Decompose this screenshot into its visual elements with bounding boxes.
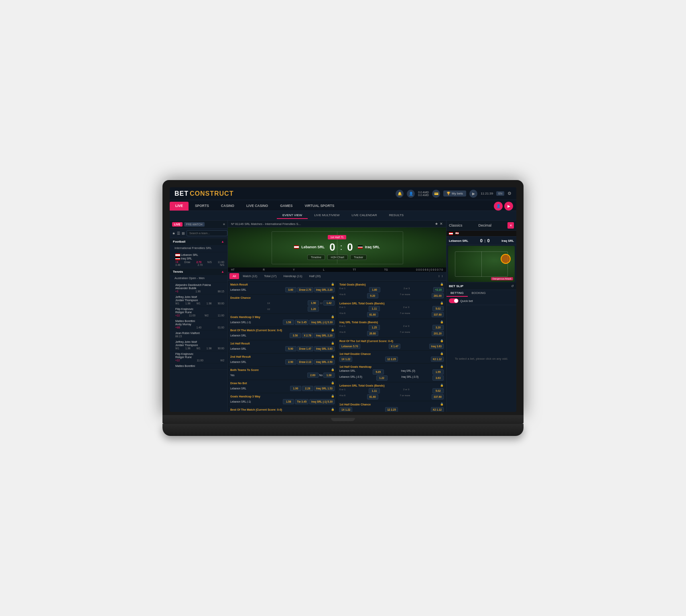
settings-icon[interactable]: ⚙ (507, 191, 511, 196)
league-item[interactable]: International Friendlies SRL (170, 245, 227, 252)
football-header[interactable]: Football ▲ (170, 238, 227, 245)
stream-icon[interactable]: ▶ (469, 190, 477, 198)
tg-01-odd[interactable]: 1.80 (369, 287, 380, 292)
lbn2-7p-odd[interactable]: 337.60 (432, 394, 444, 399)
gh2-t2-odd[interactable]: Iraq SRL (-1) 5.30 (309, 399, 335, 404)
lang-button[interactable]: EN (496, 191, 504, 196)
sub-nav-calendar[interactable]: LIVE CALENDAR (346, 212, 383, 219)
2h-t1-odd[interactable]: 2.90 (285, 359, 296, 365)
avatar[interactable]: 👤 (494, 202, 503, 211)
prematch-badge[interactable]: PRE-MATCH (184, 222, 205, 227)
dc-x2-odd[interactable]: 1.20 (308, 306, 319, 312)
lbn-7p-odd[interactable]: 337.60 (432, 312, 444, 317)
tennis-match-7[interactable]: Filip Krajinovic Ridiger Rune +2211:00W2 (170, 351, 227, 363)
bet-tab-handicap[interactable]: Handicap (11) (280, 273, 305, 279)
nav-casino[interactable]: CASINO (215, 202, 240, 211)
1hdc-1x-odd[interactable]: 1X 1.22 (339, 357, 352, 362)
2h-draw-odd[interactable]: Draw 2.13 (297, 359, 313, 365)
tennis-match-8[interactable]: Matteo Borettini (170, 363, 227, 369)
nav-virtual[interactable]: VIRTUAL SPORTS (299, 202, 340, 211)
nav-live[interactable]: LIVE (170, 202, 189, 211)
1hgh-lbn-odd[interactable]: 5.05 (373, 369, 384, 375)
tg-46-odd[interactable]: 9.20 (367, 293, 378, 298)
bet-tab-all[interactable]: All (229, 273, 239, 279)
live-stream-btn[interactable]: ▶ (504, 202, 513, 211)
dc-1x-odd[interactable]: 1.90 (308, 300, 319, 306)
live-badge[interactable]: LIVE (172, 222, 183, 227)
view-toggle[interactable]: ≡ (223, 223, 225, 226)
lbn2-46-odd[interactable]: 81.60 (367, 394, 378, 399)
tennis-match-3[interactable]: Filip Krajinovic Ridiger Rune +2211:00W2… (170, 306, 227, 318)
sub-nav-event-view[interactable]: EVENT VIEW (277, 212, 308, 219)
rest1h-t2-odd[interactable]: Iraq 3.63 (429, 344, 444, 349)
user-icon[interactable]: 👤 (407, 190, 415, 198)
bm-x-odd[interactable]: X 2.78 (302, 333, 313, 338)
dnb-t1-odd[interactable]: 1.90 (290, 386, 301, 391)
notifications-icon[interactable]: 🔔 (396, 190, 404, 198)
list-icon[interactable]: ☰ (177, 231, 180, 235)
gh-tie-odd[interactable]: Tie 3.45 (295, 320, 308, 325)
dnb-mid-odd[interactable]: 2.28 (302, 386, 313, 391)
1hgh-iraq05-odd[interactable]: 3.63 (432, 375, 444, 381)
expand-icon[interactable]: ↕ (438, 274, 440, 278)
search-input[interactable] (187, 230, 227, 236)
lbn2-01-odd[interactable]: 1.11 (369, 388, 380, 393)
bet-slip-booking-tab[interactable]: BOOKING (468, 290, 490, 297)
tg-23-odd[interactable]: +2.15 (433, 287, 444, 292)
gh2-t1-odd[interactable]: 1.58 (283, 399, 294, 404)
lbn-01-odd[interactable]: 1.11 (369, 306, 380, 311)
nav-sports[interactable]: SPORTS (189, 202, 215, 211)
bet-tab-total[interactable]: Total (17) (261, 273, 280, 279)
sub-nav-multiview[interactable]: LIVE MULTIVIEW (308, 212, 345, 219)
bm-t1-odd[interactable]: 3.50 (290, 333, 301, 338)
timeline-btn[interactable]: Timeline (307, 255, 325, 260)
tennis-match-2[interactable]: Jeffrey John Wolf Jordan Thompson W11.98… (170, 294, 227, 306)
lbn2-23-odd[interactable]: 5.02 (432, 388, 444, 393)
rest1h-t1-odd[interactable]: Lebanon 5.70 (339, 344, 360, 349)
tg-7p-odd[interactable]: 281.00 (432, 293, 444, 298)
my-bets-button[interactable]: 🏆 My bets (443, 190, 466, 197)
h2h-btn[interactable]: H2H Chart (327, 255, 348, 260)
1hdc-12-odd[interactable]: 12 2.25 (385, 357, 398, 362)
1hdc2-x2[interactable]: X2 1.12 (431, 407, 444, 412)
bet-tab-match[interactable]: Match (12) (239, 273, 260, 279)
nav-live-casino[interactable]: LIVE CASINO (241, 202, 274, 211)
gh-t2-odd[interactable]: Iraq SRL (-1) 5.30 (309, 320, 335, 325)
draw-odd[interactable]: Draw 2.70 (297, 287, 313, 292)
1h-t1-odd[interactable]: 5.90 (285, 346, 296, 351)
dnb-t2-odd[interactable]: Iraq SRL 1.53 (314, 386, 335, 391)
bm-t2-odd[interactable]: Iraq SRL 2.20 (314, 333, 335, 338)
2h-t2-odd[interactable]: Iraq SRL 2.50 (314, 359, 335, 365)
lbn-46-odd[interactable]: 81.60 (367, 312, 378, 317)
tennis-match-6[interactable]: Jeffrey John Wolf Jordan Thompson W11.98… (170, 339, 227, 351)
1hgh-iraq0-odd[interactable]: 1.55 (432, 369, 444, 375)
tennis-header[interactable]: Tennis ▲ (170, 268, 227, 275)
quick-bet-toggle[interactable] (449, 298, 459, 303)
iraq-23-odd[interactable]: 3.20 (432, 325, 444, 330)
1hgh-lbn05-odd[interactable]: 1.22 (376, 375, 388, 381)
btts-yes-odd[interactable]: 2.60 (307, 373, 319, 378)
dc-12-odd[interactable]: 1.42 (323, 300, 335, 306)
tennis-match-4[interactable]: Matteo Borettini Andy Murray +8B1.4001:0… (170, 318, 227, 330)
star-event-icon[interactable]: ★ (435, 222, 438, 226)
bet-slip-refresh[interactable]: ↺ (511, 284, 514, 288)
t2-odd[interactable]: Iraq SRL 2.20 (314, 287, 335, 292)
1h-draw-odd[interactable]: Draw 1.47 (297, 346, 313, 351)
sub-nav-results[interactable]: RESULTS (384, 212, 409, 219)
collapse-icon[interactable]: ↕ (441, 274, 443, 278)
gh-t1-odd[interactable]: 1.58 (283, 320, 294, 325)
iraq-01-odd[interactable]: 1.25 (369, 325, 380, 330)
1h-t2-odd[interactable]: Iraq SRL 3.83 (314, 346, 335, 351)
grid-icon[interactable]: ⊞ (182, 231, 185, 235)
close-right-btn[interactable]: ✕ (507, 222, 514, 229)
tennis-match-5[interactable]: Jean Robin Vialfont 88:15 (170, 330, 227, 339)
iraq-7p-odd[interactable]: 201.20 (432, 331, 444, 336)
btts-no-odd[interactable]: 1.38 (323, 373, 335, 378)
t1-odd[interactable]: 3.60 (285, 287, 296, 292)
nav-games[interactable]: GAMES (274, 202, 298, 211)
bet-slip-betting-tab[interactable]: BETTING (447, 290, 468, 297)
bet-tab-half[interactable]: Half (20) (306, 273, 324, 279)
tennis-league[interactable]: Australian Open - Men (170, 275, 227, 282)
close-event-icon[interactable]: ✕ (440, 222, 443, 226)
gh2-tie-odd[interactable]: Tie 3.45 (295, 399, 308, 404)
